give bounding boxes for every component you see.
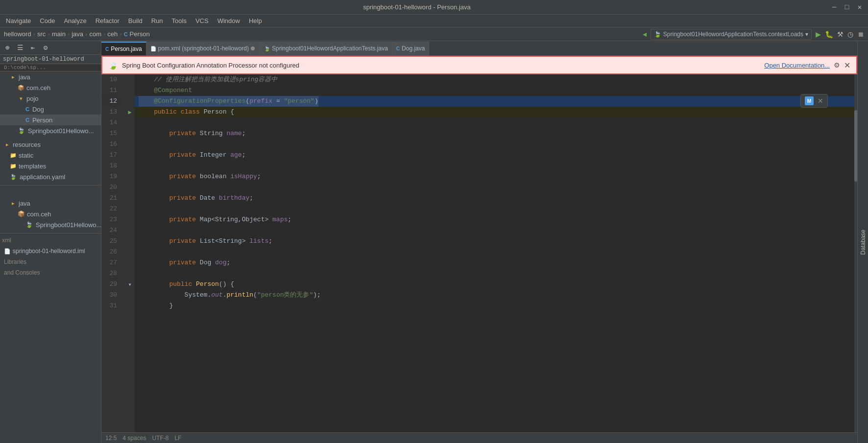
- code-line-23: private Map<String,Object> maps;: [135, 214, 857, 225]
- gutter-area: ▶: [125, 74, 135, 432]
- title-bar-controls: ─ □ ✕: [830, 3, 864, 12]
- code-content[interactable]: // 使用注解把当前类加载进spring容器中 @Component @Conf…: [135, 74, 857, 432]
- code-line-25: private List<String> lists;: [135, 236, 857, 247]
- menu-window[interactable]: Window: [214, 16, 244, 25]
- sidebar-item-com-ceh[interactable]: 📦 com.ceh: [0, 82, 101, 93]
- code-line-14: [135, 117, 857, 128]
- code-line-26: [135, 247, 857, 257]
- sidebar-item-test-com-ceh[interactable]: 📦 com.ceh: [0, 209, 101, 219]
- breadcrumb-part-4[interactable]: com: [89, 30, 101, 38]
- code-line-20: [135, 182, 857, 193]
- tab-person-java[interactable]: C Person.java: [101, 42, 146, 55]
- sidebar-item-application-yaml[interactable]: 🍃 application.yaml: [0, 171, 101, 182]
- spring-leaf-icon: 🍃: [108, 61, 118, 70]
- sidebar-item-java[interactable]: ▸ java: [0, 71, 101, 82]
- menu-build[interactable]: Build: [124, 16, 146, 25]
- sidebar-item-templates[interactable]: 📁 templates: [0, 161, 101, 171]
- run-button[interactable]: ▶: [816, 30, 821, 38]
- code-line-29: public Person() {: [135, 279, 857, 290]
- run-config-dropdown[interactable]: 🍃 Springboot01HellowordApplicationTests.…: [651, 29, 812, 40]
- coverage-button[interactable]: ◷: [847, 30, 853, 38]
- sidebar-bottom-iml[interactable]: 📄 springboot-01-helloword.iml: [0, 246, 101, 256]
- menu-refactor[interactable]: Refactor: [92, 16, 123, 25]
- line-22: 22: [101, 204, 121, 214]
- sidebar-project-path: D:\code\sp...: [0, 64, 101, 71]
- code-line-17: private Integer age;: [135, 150, 857, 161]
- editor-area: C Person.java 📄 pom.xml (springboot-01-h…: [101, 41, 857, 443]
- menu-run[interactable]: Run: [147, 16, 167, 25]
- open-documentation-link[interactable]: Open Documentation...: [764, 62, 830, 69]
- folder-icon: ▸: [10, 73, 17, 80]
- main-layout: ⊕ ☰ ⇤ ⚙ springboot-01-helloword D:\code\…: [0, 41, 868, 443]
- sidebar-item-person[interactable]: C Person: [0, 115, 101, 125]
- menu-bar: Navigate Code Analyze Refactor Build Run…: [0, 15, 868, 27]
- sidebar-item-test-java[interactable]: ▸ java: [0, 198, 101, 209]
- notification-close-button[interactable]: ✕: [844, 61, 850, 70]
- close-button[interactable]: ✕: [855, 3, 864, 12]
- menu-tools[interactable]: Tools: [168, 16, 191, 25]
- line-27: 27: [101, 257, 121, 268]
- line-23: 23: [101, 214, 121, 225]
- breadcrumb-part-5[interactable]: ceh: [107, 30, 118, 38]
- popup-close-btn[interactable]: ✕: [818, 97, 823, 105]
- folder-icon: ▾: [18, 95, 24, 102]
- notification-gear-icon[interactable]: ⚙: [834, 61, 840, 69]
- line-17: 17: [101, 150, 121, 161]
- sidebar-collapse-btn[interactable]: ⇤: [27, 43, 38, 53]
- code-line-28: [135, 268, 857, 279]
- code-line-13: public class Person {: [135, 107, 857, 117]
- breadcrumb-part-2[interactable]: main: [52, 30, 66, 38]
- sidebar-add-btn[interactable]: ⊕: [2, 43, 13, 53]
- sidebar-bottom-libraries[interactable]: Libraries: [0, 256, 101, 267]
- yaml-icon: 🍃: [10, 174, 17, 180]
- line-10: 10: [101, 74, 121, 85]
- menu-navigate[interactable]: Navigate: [2, 16, 35, 25]
- sidebar-item-resources[interactable]: ▸ resources: [0, 139, 101, 150]
- run-gutter-icon[interactable]: ▶: [128, 109, 131, 116]
- folder-icon: 📁: [10, 152, 17, 159]
- database-tab[interactable]: Database: [859, 226, 868, 258]
- tab-pom-xml[interactable]: 📄 pom.xml (springboot-01-helloword): [146, 42, 260, 55]
- maximize-button[interactable]: □: [843, 3, 851, 12]
- breadcrumb-part-3[interactable]: java: [72, 30, 83, 38]
- tab-springboot-tests[interactable]: 🍃 Springboot01HellowordApplicationTests.…: [260, 42, 392, 55]
- breadcrumb-part-0[interactable]: helloword: [4, 30, 31, 38]
- code-editor[interactable]: 10 11 12 13 14 15 16 17 18 19 20 21 22 2…: [101, 74, 857, 432]
- menu-vcs[interactable]: VCS: [192, 16, 213, 25]
- package-icon: 📦: [18, 210, 25, 217]
- sidebar-item-test-springboot[interactable]: 🍃 Springboot01Hellowo...: [0, 219, 101, 230]
- breadcrumb-part-1[interactable]: src: [37, 30, 46, 38]
- sidebar-item-dog[interactable]: C Dog: [0, 104, 101, 115]
- sidebar-item-static[interactable]: 📁 static: [0, 150, 101, 161]
- breadcrumb: helloword › src › main › java › com › ce…: [0, 27, 868, 41]
- line-19: 19: [101, 171, 121, 182]
- code-line-30: System.out.println("person类的无参");: [135, 290, 857, 301]
- line-28: 28: [101, 268, 121, 279]
- menu-code[interactable]: Code: [36, 16, 59, 25]
- menu-help[interactable]: Help: [245, 16, 266, 25]
- menu-analyze[interactable]: Analyze: [60, 16, 90, 25]
- line-31: 31: [101, 301, 121, 311]
- code-line-15: private String name;: [135, 128, 857, 139]
- tab-dog-java[interactable]: C Dog.java: [392, 42, 430, 55]
- stop-button[interactable]: ⏹: [857, 30, 864, 38]
- sidebar-item-pojo[interactable]: ▾ pojo: [0, 93, 101, 104]
- line-14: 14: [101, 117, 121, 128]
- title-bar-title: springboot-01-helloword - Person.java: [363, 3, 471, 11]
- line-number-gutter: 10 11 12 13 14 15 16 17 18 19 20 21 22 2…: [101, 74, 135, 432]
- sidebar-settings-btn[interactable]: ⚙: [40, 43, 51, 53]
- code-line-24: [135, 225, 857, 236]
- sidebar-toolbar: ⊕ ☰ ⇤ ⚙: [0, 41, 101, 55]
- minimize-button[interactable]: ─: [830, 3, 839, 12]
- build-button[interactable]: ⚒: [837, 30, 844, 38]
- breadcrumb-part-7[interactable]: Person: [130, 30, 150, 38]
- sidebar-layout-btn[interactable]: ☰: [15, 43, 25, 53]
- collapse-gutter-icon[interactable]: ▾: [128, 281, 131, 288]
- nav-back-button[interactable]: ◂: [643, 29, 647, 39]
- code-line-16: [135, 139, 857, 150]
- debug-button[interactable]: 🐛: [825, 30, 833, 38]
- notification-banner: 🍃 Spring Boot Configuration Annotation P…: [101, 56, 857, 74]
- sidebar-item-springboot-main[interactable]: 🍃 Springboot01Hellowo...: [0, 125, 101, 136]
- sidebar-bottom-consoles[interactable]: and Consoles: [0, 267, 101, 278]
- folder-icon: ▸: [10, 200, 17, 207]
